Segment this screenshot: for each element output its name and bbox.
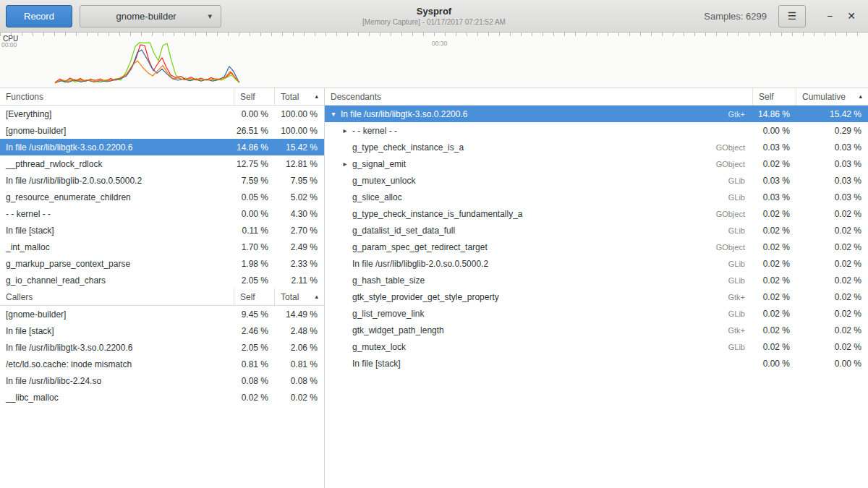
row-self-value: 0.02 % bbox=[752, 342, 796, 352]
row-cumulative-value: 15.42 % bbox=[796, 109, 868, 119]
table-row[interactable]: In file [stack]2.46 %2.48 % bbox=[0, 322, 324, 339]
row-label: __libc_malloc bbox=[0, 393, 234, 403]
expander-icon[interactable]: ▾ bbox=[328, 111, 339, 118]
row-label: In file [stack] bbox=[0, 226, 234, 236]
menu-button[interactable]: ☰ bbox=[778, 5, 806, 27]
row-label: g_mutex_unlock bbox=[350, 176, 728, 186]
table-row[interactable]: /etc/ld.so.cache: inode mismatch0.81 %0.… bbox=[0, 356, 324, 372]
row-category: Gtk+ bbox=[728, 326, 752, 335]
row-category: GLib bbox=[728, 309, 752, 318]
column-header-self[interactable]: Self bbox=[234, 88, 274, 105]
tree-row[interactable]: g_list_remove_linkGLib0.02 %0.02 % bbox=[325, 305, 868, 322]
row-label: g_resource_enumerate_children bbox=[0, 192, 234, 202]
tree-row[interactable]: gtk_widget_path_lengthGtk+0.02 %0.02 % bbox=[325, 322, 868, 338]
row-total-value: 100.00 % bbox=[274, 109, 324, 119]
table-row[interactable]: g_resource_enumerate_children0.05 %5.02 … bbox=[0, 189, 324, 205]
row-category: GObject bbox=[716, 243, 752, 252]
row-self-value: 0.02 % bbox=[752, 292, 796, 302]
close-button[interactable]: ✕ bbox=[841, 5, 862, 27]
row-cumulative-value: 0.02 % bbox=[796, 325, 868, 335]
table-row[interactable]: _int_malloc1.70 %2.49 % bbox=[0, 239, 324, 255]
table-row[interactable]: In file [stack]0.11 %2.70 % bbox=[0, 222, 324, 239]
sort-indicator-icon: ▴ bbox=[859, 93, 862, 100]
column-header-cumulative-label: Cumulative bbox=[802, 92, 846, 102]
row-self-value: 26.51 % bbox=[234, 126, 274, 136]
tree-row[interactable]: g_datalist_id_set_data_fullGLib0.02 %0.0… bbox=[325, 222, 868, 239]
table-row[interactable]: In file /usr/lib/libglib-2.0.so.0.5000.2… bbox=[0, 172, 324, 189]
table-row[interactable]: [Everything]0.00 %100.00 % bbox=[0, 106, 324, 122]
row-label: g_param_spec_get_redirect_target bbox=[350, 242, 716, 252]
column-header-descendants[interactable]: Descendants bbox=[325, 88, 752, 105]
table-row[interactable]: In file /usr/lib/libc-2.24.so0.08 %0.08 … bbox=[0, 372, 324, 389]
row-cumulative-value: 0.29 % bbox=[796, 126, 868, 136]
table-row[interactable]: In file /usr/lib/libgtk-3.so.0.2200.614.… bbox=[0, 139, 324, 155]
row-self-value: 2.46 % bbox=[234, 326, 274, 336]
column-header-total[interactable]: Total ▴ bbox=[274, 88, 324, 105]
table-row[interactable]: In file /usr/lib/libgtk-3.so.0.2200.62.0… bbox=[0, 339, 324, 356]
column-header-functions[interactable]: Functions bbox=[0, 88, 234, 105]
tree-row[interactable]: g_slice_allocGLib0.03 %0.03 % bbox=[325, 189, 868, 205]
cpu-graph[interactable]: CPU 00:00 00:30 bbox=[0, 33, 868, 87]
row-self-value: 0.03 % bbox=[752, 192, 796, 202]
row-total-value: 7.95 % bbox=[274, 176, 324, 186]
row-self-value: 0.02 % bbox=[752, 275, 796, 286]
row-total-value: 2.06 % bbox=[274, 343, 324, 353]
row-self-value: 12.75 % bbox=[234, 159, 274, 169]
tree-row[interactable]: g_type_check_instance_is_aGObject0.03 %0… bbox=[325, 139, 868, 155]
tree-row[interactable]: ▾In file /usr/lib/libgtk-3.so.0.2200.6Gt… bbox=[325, 106, 868, 122]
row-total-value: 2.70 % bbox=[274, 226, 324, 236]
tree-row[interactable]: ▸- - kernel - -0.00 %0.29 % bbox=[325, 122, 868, 139]
table-row[interactable]: g_markup_parse_context_parse1.98 %2.33 % bbox=[0, 255, 324, 272]
row-label: In file /usr/lib/libc-2.24.so bbox=[0, 376, 234, 386]
table-row[interactable]: [gnome-builder]26.51 %100.00 % bbox=[0, 122, 324, 139]
expander-icon[interactable]: ▸ bbox=[340, 127, 350, 134]
column-header-total-label: Total bbox=[281, 92, 299, 102]
row-label: In file /usr/lib/libgtk-3.so.0.2200.6 bbox=[339, 109, 728, 119]
table-row[interactable]: g_io_channel_read_chars2.05 %2.11 % bbox=[0, 272, 324, 288]
column-header-total[interactable]: Total ▴ bbox=[274, 288, 324, 305]
row-cumulative-value: 0.02 % bbox=[796, 259, 868, 269]
row-cumulative-value: 0.02 % bbox=[796, 309, 868, 319]
row-self-value: 14.86 % bbox=[234, 142, 274, 153]
tree-row[interactable]: g_type_check_instance_is_fundamentally_a… bbox=[325, 205, 868, 222]
table-row[interactable]: __pthread_rwlock_rdlock12.75 %12.81 % bbox=[0, 155, 324, 172]
minimize-button[interactable]: − bbox=[819, 5, 841, 27]
row-self-value: 0.02 % bbox=[752, 226, 796, 236]
row-self-value: 0.00 % bbox=[234, 109, 274, 119]
expander-icon[interactable]: ▸ bbox=[340, 160, 350, 168]
row-cumulative-value: 0.02 % bbox=[796, 242, 868, 252]
tree-row[interactable]: g_mutex_lockGLib0.02 %0.02 % bbox=[325, 338, 868, 355]
tree-row[interactable]: In file [stack]0.00 %0.00 % bbox=[325, 355, 868, 372]
column-header-callers[interactable]: Callers bbox=[0, 288, 234, 305]
row-label: g_hash_table_size bbox=[350, 275, 728, 286]
table-row[interactable]: - - kernel - -0.00 %4.30 % bbox=[0, 205, 324, 222]
row-label: g_slice_alloc bbox=[350, 192, 728, 202]
column-header-cumulative[interactable]: Cumulative ▴ bbox=[796, 88, 868, 105]
chevron-down-icon: ▾ bbox=[208, 12, 212, 21]
tree-row[interactable]: gtk_style_provider_get_style_propertyGtk… bbox=[325, 288, 868, 305]
row-self-value: 0.00 % bbox=[752, 359, 796, 369]
tree-row[interactable]: g_hash_table_sizeGLib0.02 %0.02 % bbox=[325, 272, 868, 288]
sort-indicator-icon: ▴ bbox=[315, 93, 318, 100]
tree-row[interactable]: g_param_spec_get_redirect_targetGObject0… bbox=[325, 239, 868, 255]
table-row[interactable]: __libc_malloc0.02 %0.02 % bbox=[0, 389, 324, 406]
table-row[interactable]: [gnome-builder]9.45 %14.49 % bbox=[0, 306, 324, 322]
tree-row[interactable]: In file /usr/lib/libglib-2.0.so.0.5000.2… bbox=[325, 255, 868, 272]
row-cumulative-value: 0.03 % bbox=[796, 142, 868, 153]
row-self-value: 0.02 % bbox=[752, 242, 796, 252]
row-label: In file [stack] bbox=[350, 359, 745, 369]
row-label: g_type_check_instance_is_a bbox=[350, 142, 716, 153]
row-label: /etc/ld.so.cache: inode mismatch bbox=[0, 359, 234, 369]
sysprof-window: Record gnome-builder ▾ Sysprof [Memory C… bbox=[0, 0, 868, 488]
tree-row[interactable]: g_mutex_unlockGLib0.03 %0.03 % bbox=[325, 172, 868, 189]
record-button[interactable]: Record bbox=[6, 5, 72, 27]
row-cumulative-value: 0.02 % bbox=[796, 226, 868, 236]
row-self-value: 2.05 % bbox=[234, 343, 274, 353]
process-selector[interactable]: gnome-builder ▾ bbox=[80, 5, 221, 27]
column-header-self[interactable]: Self bbox=[752, 88, 796, 105]
row-category: GLib bbox=[728, 276, 752, 285]
row-self-value: 0.02 % bbox=[752, 259, 796, 269]
column-header-self[interactable]: Self bbox=[234, 288, 274, 305]
tree-row[interactable]: ▸g_signal_emitGObject0.02 %0.03 % bbox=[325, 155, 868, 172]
row-category: Gtk+ bbox=[728, 110, 752, 119]
